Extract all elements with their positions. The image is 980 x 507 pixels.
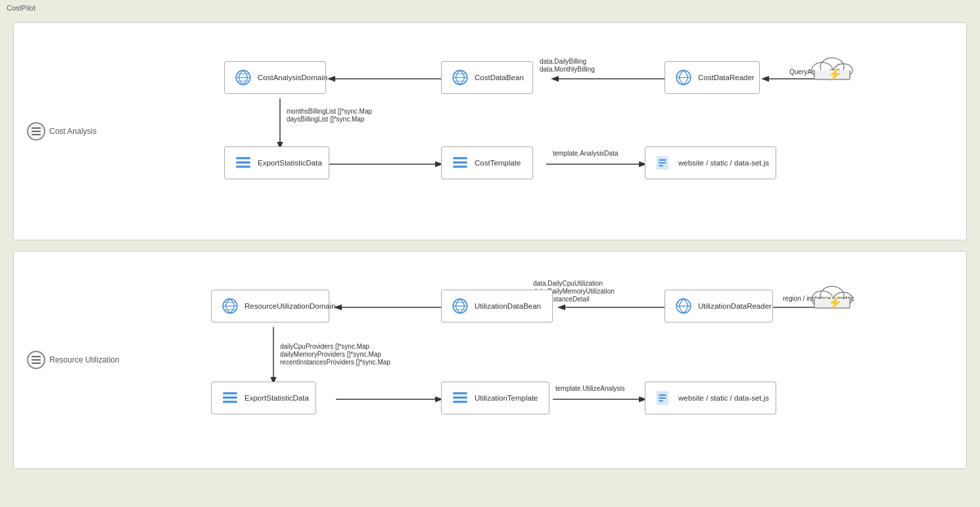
svg-rect-83 bbox=[453, 401, 467, 403]
util-data-reader-node: UtilizationDataReader bbox=[665, 290, 773, 322]
cost-data-reader-label: CostDataReader bbox=[698, 74, 755, 81]
svg-rect-43 bbox=[32, 356, 41, 357]
svg-rect-42 bbox=[659, 165, 663, 166]
svg-text:monthsBillingList  []*sync.Map: monthsBillingList []*sync.Map bbox=[287, 108, 372, 115]
app-title: CostPilot bbox=[0, 0, 980, 16]
svg-rect-2 bbox=[32, 134, 41, 135]
svg-rect-79 bbox=[223, 397, 237, 399]
region-instance-metric-cloud: ⚡ bbox=[809, 279, 855, 312]
export-icon-2 bbox=[221, 389, 239, 407]
file-icon-2 bbox=[655, 389, 673, 407]
svg-text:recentInstancesProviders []*sy: recentInstancesProviders []*sync.Map bbox=[280, 359, 390, 366]
svg-text:data.MonthlyBilling: data.MonthlyBilling bbox=[540, 66, 595, 73]
util-data-bean-node: UtilizationDataBean bbox=[441, 290, 553, 322]
export-statistic-1-label: ExportStatisticData bbox=[258, 159, 322, 167]
util-cloud-icon: ⚡ bbox=[809, 279, 855, 312]
cloud-icon: ⚡ bbox=[809, 51, 855, 83]
cost-data-bean-label: CostDataBean bbox=[475, 74, 524, 81]
domain-icon bbox=[234, 68, 252, 87]
util-data-bean-label: UtilizationDataBean bbox=[475, 302, 541, 310]
svg-text:data.DailyCpuUtilization: data.DailyCpuUtilization bbox=[533, 280, 603, 287]
svg-rect-78 bbox=[223, 392, 237, 394]
file-icon-1 bbox=[655, 154, 673, 172]
resource-utilization-group: Resource Utilization bbox=[13, 251, 967, 469]
svg-rect-35 bbox=[236, 165, 250, 167]
svg-rect-40 bbox=[659, 160, 666, 161]
util-template-icon bbox=[451, 389, 469, 407]
cost-analysis-domain-node: CostAnalysisDomain bbox=[224, 61, 326, 94]
svg-rect-44 bbox=[32, 359, 41, 361]
cost-analysis-domain-label: CostAnalysisDomain bbox=[258, 74, 327, 81]
website-dataset-2-label: website / static / data-set.js bbox=[678, 394, 769, 402]
query-account-bill-cloud: ⚡ bbox=[809, 51, 855, 83]
cost-template-node: CostTemplate bbox=[441, 146, 533, 179]
svg-rect-36 bbox=[453, 157, 467, 159]
util-reader-icon bbox=[674, 297, 693, 315]
cost-analysis-diagram: data.DailyBilling data.MonthlyBilling mo… bbox=[93, 36, 953, 220]
svg-text:⚡: ⚡ bbox=[828, 296, 843, 310]
svg-text:dailyCpuProviders       []*syn: dailyCpuProviders []*sync.Map bbox=[280, 343, 370, 350]
svg-rect-85 bbox=[659, 395, 666, 396]
svg-rect-1 bbox=[32, 131, 41, 132]
template-icon bbox=[451, 154, 469, 172]
util-template-label: UtilizationTemplate bbox=[475, 394, 538, 402]
resource-utilization-icon bbox=[27, 351, 45, 369]
canvas: Cost Analysis bbox=[0, 16, 980, 475]
svg-rect-38 bbox=[453, 165, 467, 167]
svg-text:data.DailyBilling: data.DailyBilling bbox=[540, 58, 586, 65]
svg-text:template.UtilizeAnalysis: template.UtilizeAnalysis bbox=[555, 385, 625, 392]
export-statistic-data-1-node: ExportStatisticData bbox=[224, 146, 329, 179]
cost-data-reader-node: CostDataReader bbox=[665, 61, 760, 94]
website-dataset-1-node: website / static / data-set.js bbox=[645, 146, 776, 179]
svg-rect-86 bbox=[659, 397, 666, 399]
svg-rect-0 bbox=[32, 127, 41, 129]
cost-analysis-label: Cost Analysis bbox=[27, 122, 97, 141]
export-icon bbox=[234, 154, 252, 172]
website-dataset-2-node: website / static / data-set.js bbox=[645, 382, 776, 414]
resource-util-domain-label: ResourceUtilizationDomain bbox=[245, 302, 336, 310]
svg-rect-33 bbox=[236, 157, 250, 159]
util-domain-icon bbox=[221, 297, 239, 315]
cost-analysis-text: Cost Analysis bbox=[49, 127, 97, 136]
svg-text:⚡: ⚡ bbox=[828, 67, 843, 81]
export-statistic-2-label: ExportStatisticData bbox=[245, 394, 309, 402]
resource-utilization-diagram: data.DailyCpuUtilization data.DailyMemor… bbox=[93, 265, 953, 449]
website-dataset-1-label: website / static / data-set.js bbox=[678, 159, 769, 167]
svg-text:daysBillingList    []*sync.Map: daysBillingList []*sync.Map bbox=[287, 116, 365, 123]
svg-rect-80 bbox=[223, 401, 237, 403]
svg-text:dailyMemoryProviders    []*syn: dailyMemoryProviders []*sync.Map bbox=[280, 351, 381, 358]
svg-text:template.AnalysisData: template.AnalysisData bbox=[553, 150, 618, 157]
svg-rect-82 bbox=[453, 397, 467, 399]
reader-icon bbox=[674, 68, 693, 87]
cost-template-label: CostTemplate bbox=[475, 159, 521, 167]
export-statistic-data-2-node: ExportStatisticData bbox=[211, 382, 316, 414]
svg-rect-87 bbox=[659, 400, 663, 401]
resource-util-domain-node: ResourceUtilizationDomain bbox=[211, 290, 329, 322]
bean-icon bbox=[451, 68, 469, 87]
svg-rect-34 bbox=[236, 162, 250, 164]
util-bean-icon bbox=[451, 297, 469, 315]
svg-rect-41 bbox=[659, 162, 666, 164]
svg-rect-45 bbox=[32, 363, 41, 364]
cost-data-bean-node: CostDataBean bbox=[441, 61, 533, 94]
cost-analysis-icon bbox=[27, 122, 45, 141]
svg-rect-81 bbox=[453, 392, 467, 394]
util-template-node: UtilizationTemplate bbox=[441, 382, 549, 414]
util-data-reader-label: UtilizationDataReader bbox=[698, 302, 772, 310]
cost-analysis-group: Cost Analysis bbox=[13, 22, 967, 240]
svg-rect-37 bbox=[453, 162, 467, 164]
